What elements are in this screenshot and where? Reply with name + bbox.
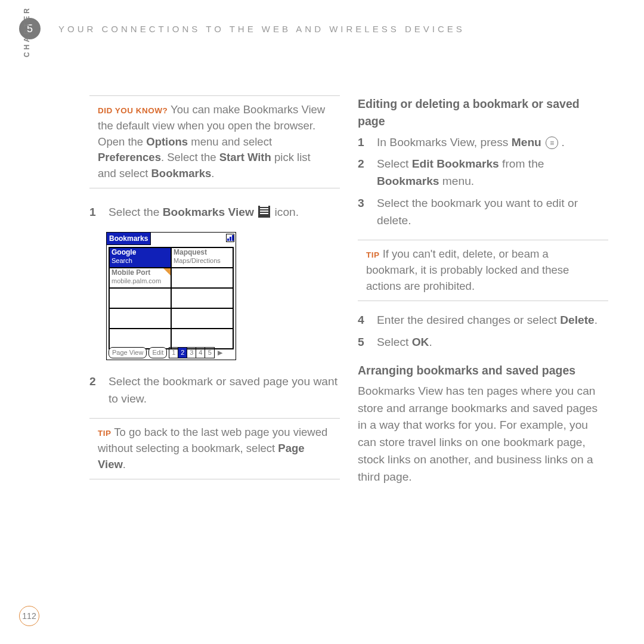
step-num: 2: [89, 373, 100, 408]
t: Edit Bookmarks: [412, 157, 499, 170]
t: OK: [412, 336, 429, 348]
t: mobile.palm.com: [112, 277, 169, 285]
step-num: 3: [358, 195, 369, 230]
t: In Bookmarks View, press: [377, 136, 512, 148]
page-tab-5[interactable]: 5: [205, 348, 214, 358]
page-tab-4[interactable]: 4: [196, 348, 205, 358]
t: .: [429, 336, 432, 348]
t: menu.: [439, 175, 475, 187]
palm-title: Bookmarks: [107, 233, 151, 245]
page-view-button[interactable]: Page View: [109, 347, 147, 358]
t: Enter the desired changes or select: [377, 314, 560, 326]
t: Bookmarks View: [163, 206, 254, 218]
bookmark-cell-empty[interactable]: [109, 329, 171, 349]
tip-label: TIP: [366, 250, 380, 259]
palm-screenshot: Bookmarks GoogleSearch MapquestMaps/Dire…: [106, 232, 236, 360]
left-column: DID YOU KNOW? You can make Bookmarks Vie…: [89, 95, 340, 495]
dyk-b4: Bookmarks: [151, 167, 211, 179]
step-num: 4: [358, 312, 369, 329]
t: Select the: [109, 206, 163, 218]
right-step-4: 4 Enter the desired changes or select De…: [358, 312, 608, 329]
right-step-1: 1 In Bookmarks View, press Menu ≡ .: [358, 134, 608, 151]
page-tab-1[interactable]: 1: [169, 348, 178, 358]
step-text: Select the Bookmarks View icon.: [109, 204, 340, 221]
signal-icon: [226, 234, 234, 242]
step-text: Enter the desired changes or select Dele…: [377, 312, 608, 329]
page-number: 112: [19, 606, 39, 626]
t: Select: [377, 157, 412, 170]
step-text: Select the bookmark or saved page you wa…: [109, 373, 340, 408]
t: Bookmarks: [377, 175, 439, 187]
dyk-b1: Options: [146, 135, 188, 148]
saved-page-dogear-icon: [163, 268, 171, 275]
page-tab-3[interactable]: 3: [187, 348, 196, 358]
dyk-text2: menu and select: [188, 135, 272, 148]
dyk-label: DID YOU KNOW?: [98, 106, 168, 115]
page-tabs: 1 2 3 4 5: [169, 347, 215, 358]
dyk-text5: .: [211, 167, 214, 179]
section-heading-arranging: Arranging bookmarks and saved pages: [358, 362, 608, 379]
right-step-5: 5 Select OK.: [358, 334, 608, 351]
menu-key-icon: ≡: [546, 137, 558, 149]
section-heading-editing: Editing or deleting a bookmark or saved …: [358, 95, 608, 131]
bookmark-cell-empty[interactable]: [109, 288, 171, 308]
step-num: 1: [358, 134, 369, 151]
bookmarks-view-icon: [258, 206, 270, 218]
step-text: In Bookmarks View, press Menu ≡ .: [377, 134, 608, 151]
t: from the: [499, 157, 544, 170]
t: .: [595, 314, 597, 326]
tip-label: TIP: [98, 429, 112, 438]
page-header: YOUR CONNECTIONS TO THE WEB AND WIRELESS…: [58, 24, 465, 34]
step-text: Select OK.: [377, 334, 608, 351]
dyk-text3: . Select the: [161, 151, 219, 163]
content-area: DID YOU KNOW? You can make Bookmarks Vie…: [89, 95, 626, 495]
t: Mapquest: [174, 249, 231, 257]
step-text: Select the bookmark you want to edit or …: [377, 195, 608, 230]
tip-text2: .: [123, 458, 126, 470]
dyk-b3: Start With: [219, 151, 271, 163]
t: Select: [377, 336, 412, 348]
t: .: [558, 136, 565, 148]
t: Google: [112, 249, 169, 257]
page-next-arrow-icon[interactable]: ▶: [218, 348, 222, 358]
page-tab-2[interactable]: 2: [178, 348, 187, 358]
chapter-label-vertical: CHAPTER: [23, 6, 31, 57]
bookmark-cell-empty[interactable]: [171, 308, 233, 329]
t: Search: [112, 257, 169, 265]
bookmark-cell-empty[interactable]: [171, 268, 233, 288]
bookmark-cell-empty[interactable]: [171, 288, 233, 308]
palm-bottom-bar: Page View Edit 1 2 3 4 5 ▶: [109, 347, 234, 358]
bookmark-cell-google[interactable]: GoogleSearch: [109, 247, 171, 268]
tip-callout-right: TIP If you can't edit, delete, or beam a…: [358, 240, 608, 301]
t: Menu: [512, 136, 541, 148]
t: Mobile Port: [112, 269, 169, 277]
left-step-1: 1 Select the Bookmarks View icon.: [89, 204, 340, 221]
right-step-2: 2 Select Edit Bookmarks from the Bookmar…: [358, 156, 608, 190]
step-num: 2: [358, 156, 369, 190]
tip-callout: TIP To go back to the last web page you …: [89, 418, 340, 479]
right-step-3: 3 Select the bookmark you want to edit o…: [358, 195, 608, 230]
t: Maps/Directions: [174, 257, 231, 265]
right-column: Editing or deleting a bookmark or saved …: [358, 95, 608, 495]
t: icon.: [275, 206, 299, 218]
arranging-paragraph: Bookmarks View has ten pages where you c…: [358, 383, 608, 486]
left-step-2: 2 Select the bookmark or saved page you …: [89, 373, 340, 408]
step-num: 1: [89, 204, 100, 221]
bookmark-cell-mapquest[interactable]: MapquestMaps/Directions: [171, 247, 233, 268]
bookmark-cell-mobileport[interactable]: Mobile Portmobile.palm.com: [109, 268, 171, 288]
dyk-b2: Preferences: [98, 151, 161, 163]
bookmark-cell-empty[interactable]: [109, 308, 171, 329]
step-num: 5: [358, 334, 369, 351]
edit-button[interactable]: Edit: [148, 347, 167, 358]
tip-text: If you can't edit, delete, or beam a boo…: [366, 247, 569, 292]
step-text: Select Edit Bookmarks from the Bookmarks…: [377, 156, 608, 190]
t: Delete: [560, 314, 595, 326]
did-you-know-callout: DID YOU KNOW? You can make Bookmarks Vie…: [89, 95, 340, 188]
palm-bookmark-grid: GoogleSearch MapquestMaps/Directions Mob…: [109, 247, 234, 349]
bookmark-cell-empty[interactable]: [171, 329, 233, 349]
